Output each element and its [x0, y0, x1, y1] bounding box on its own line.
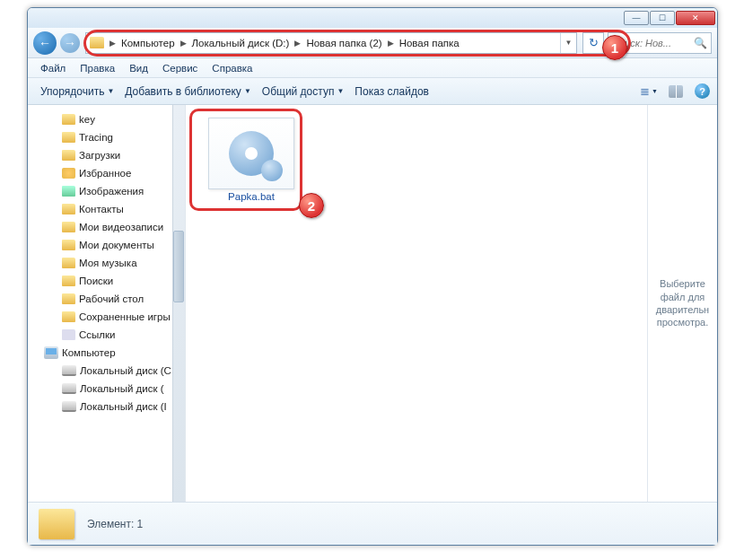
folder-icon — [62, 150, 75, 161]
status-bar: Элемент: 1 — [28, 502, 717, 545]
drive-icon — [62, 383, 76, 394]
folder-icon — [90, 37, 104, 48]
tree-item[interactable]: Моя музыка — [28, 254, 185, 272]
favorites-icon — [62, 168, 75, 179]
scrollbar-thumb[interactable] — [173, 231, 184, 302]
close-button[interactable]: ✕ — [676, 11, 715, 25]
forward-button[interactable]: → — [60, 33, 80, 53]
chevron-right-icon[interactable]: ▶ — [291, 39, 304, 48]
links-icon — [62, 329, 75, 340]
file-list-pane[interactable]: Papka.bat — [186, 105, 647, 502]
menu-bar: Файл Правка Вид Сервис Справка — [28, 58, 717, 78]
organize-button[interactable]: Упорядочить▼ — [35, 85, 119, 98]
command-bar: Упорядочить▼ Добавить в библиотеку▼ Общи… — [28, 78, 717, 105]
tree-item[interactable]: Мои видеозаписи — [28, 218, 185, 236]
breadcrumb-segment[interactable]: Локальный диск (D:) — [190, 33, 292, 53]
chevron-down-icon: ▼ — [652, 88, 658, 94]
chevron-down-icon: ▼ — [107, 87, 114, 95]
folder-icon — [62, 311, 75, 322]
folder-icon — [62, 132, 75, 143]
file-item[interactable]: Papka.bat — [198, 118, 304, 202]
chevron-right-icon[interactable]: ▶ — [384, 39, 398, 48]
search-folder-icon — [62, 276, 75, 286]
folder-icon — [62, 258, 75, 268]
title-bar: — ☐ ✕ — [28, 8, 717, 28]
address-bar[interactable]: ▶ Компьютер ▶ Локальный диск (D:) ▶ Нова… — [85, 32, 577, 54]
share-button[interactable]: Общий доступ▼ — [257, 85, 350, 98]
menu-file[interactable]: Файл — [33, 63, 73, 74]
help-icon[interactable]: ? — [695, 83, 710, 99]
tree-item[interactable]: key — [28, 110, 185, 128]
chevron-down-icon: ▼ — [244, 87, 251, 95]
preview-hint: Выберите файл для дварительн просмотра. — [650, 277, 715, 328]
pictures-icon — [62, 186, 75, 197]
tree-item[interactable]: Избранное — [28, 164, 185, 182]
tree-item[interactable]: Мои документы — [28, 236, 185, 254]
tree-item-drive[interactable]: Локальный диск ( — [28, 380, 185, 398]
chevron-down-icon: ▼ — [337, 87, 344, 95]
tree-item[interactable]: Контакты — [28, 200, 185, 218]
chevron-right-icon[interactable]: ▶ — [177, 39, 190, 48]
preview-pane: Выберите файл для дварительн просмотра. — [647, 105, 717, 502]
search-icon[interactable]: 🔍 — [694, 37, 707, 49]
tree-item[interactable]: Загрузки — [28, 146, 185, 164]
body-area: key Tracing Загрузки Избранное Изображен… — [28, 105, 717, 502]
tree-item-computer[interactable]: Компьютер — [28, 344, 185, 362]
navigation-bar: ← → ▶ Компьютер ▶ Локальный диск (D:) ▶ … — [28, 28, 717, 58]
scrollbar-track[interactable] — [172, 105, 185, 502]
folder-icon — [62, 293, 75, 304]
slideshow-button[interactable]: Показ слайдов — [349, 85, 434, 98]
menu-tools[interactable]: Сервис — [155, 63, 205, 74]
search-input[interactable] — [612, 38, 691, 48]
folder-icon — [62, 240, 75, 250]
menu-edit[interactable]: Правка — [73, 63, 122, 74]
chevron-right-icon[interactable]: ▶ — [106, 39, 119, 48]
maximize-button[interactable]: ☐ — [650, 11, 675, 25]
tree-item-drive[interactable]: Локальный диск (C — [28, 362, 185, 380]
tree-item[interactable]: Поиски — [28, 272, 185, 290]
preview-pane-toggle[interactable] — [668, 83, 684, 100]
address-dropdown[interactable]: ▼ — [560, 33, 576, 53]
folder-icon — [62, 222, 75, 232]
folder-icon — [39, 509, 74, 539]
tree-item[interactable]: Tracing — [28, 128, 185, 146]
file-name-label: Papka.bat — [228, 191, 275, 202]
breadcrumb-segment[interactable]: Компьютер — [119, 33, 177, 53]
add-to-library-button[interactable]: Добавить в библиотеку▼ — [119, 85, 256, 98]
minimize-button[interactable]: — — [624, 11, 649, 25]
file-thumbnail — [208, 118, 294, 189]
navigation-tree[interactable]: key Tracing Загрузки Избранное Изображен… — [28, 105, 186, 502]
folder-icon — [62, 204, 75, 214]
status-text: Элемент: 1 — [87, 518, 143, 530]
refresh-button[interactable]: ↻ — [582, 32, 604, 54]
breadcrumb-segment[interactable]: Новая папка (2) — [304, 33, 383, 53]
batch-file-icon — [229, 131, 274, 176]
tree-item[interactable]: Сохраненные игры — [28, 308, 185, 326]
tree-item[interactable]: Изображения — [28, 182, 185, 200]
back-button[interactable]: ← — [33, 31, 57, 55]
explorer-window: — ☐ ✕ ← → ▶ Компьютер ▶ Локальный диск (… — [27, 7, 718, 546]
computer-icon — [44, 346, 58, 359]
menu-view[interactable]: Вид — [122, 63, 155, 74]
tree-item[interactable]: Ссылки — [28, 326, 185, 344]
tree-item-drive[interactable]: Локальный диск (I — [28, 398, 185, 416]
tree-item[interactable]: Рабочий стол — [28, 290, 185, 308]
menu-help[interactable]: Справка — [205, 63, 259, 74]
search-box[interactable]: 🔍 — [608, 32, 712, 54]
drive-icon — [62, 401, 76, 412]
breadcrumb-segment[interactable]: Новая папка — [398, 33, 461, 53]
folder-icon — [62, 114, 75, 125]
view-options-icon[interactable]: ≣▼ — [641, 83, 657, 100]
drive-icon — [62, 365, 76, 376]
